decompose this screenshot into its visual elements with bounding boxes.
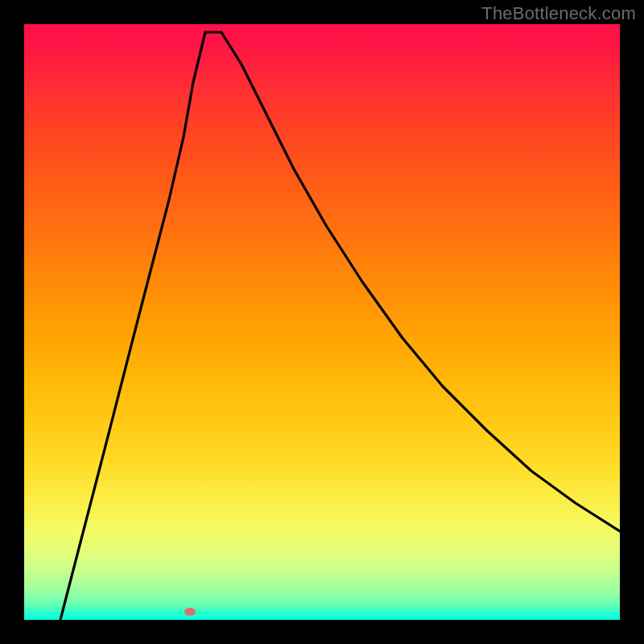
minimum-marker (184, 608, 196, 616)
watermark-label: TheBottleneck.com (481, 3, 636, 24)
bottleneck-curve (60, 32, 620, 620)
curve-svg (24, 24, 620, 620)
plot-area (24, 24, 620, 620)
chart-frame: TheBottleneck.com (0, 0, 644, 644)
